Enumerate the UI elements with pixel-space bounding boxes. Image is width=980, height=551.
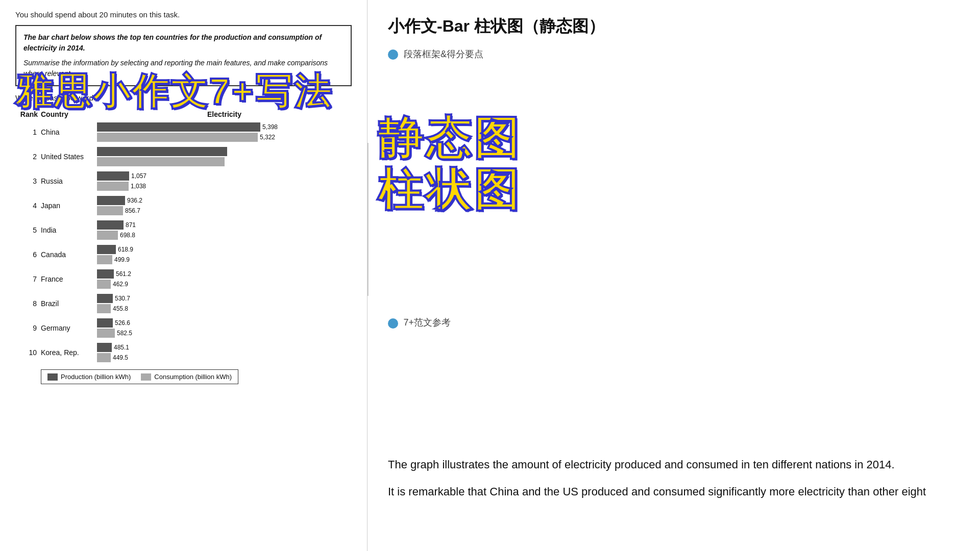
consumption-bar bbox=[97, 182, 129, 191]
consumption-bar bbox=[97, 280, 111, 289]
body-text-2: It is remarkable that China and the US p… bbox=[388, 483, 960, 500]
consumption-label: 499.9 bbox=[114, 256, 130, 263]
table-row: 6 Canada 618.9 499.9 bbox=[15, 245, 352, 264]
consumption-bar-row: 455.8 bbox=[97, 304, 352, 313]
legend-production-label: Production (billion kWh) bbox=[61, 373, 131, 381]
production-bar bbox=[97, 294, 113, 303]
rank-cell: 7 bbox=[15, 275, 41, 283]
table-row: 3 Russia 1,057 1,038 bbox=[15, 171, 352, 191]
production-label: 871 bbox=[126, 221, 136, 229]
bars-cell: 1,057 1,038 bbox=[97, 171, 352, 191]
rank-cell: 8 bbox=[15, 299, 41, 308]
legend-consumption-box bbox=[141, 373, 151, 381]
table-row: 8 Brazil 530.7 455.8 bbox=[15, 294, 352, 313]
table-row: 10 Korea, Rep. 485.1 449.5 bbox=[15, 343, 352, 362]
production-bar bbox=[97, 220, 124, 230]
country-cell: China bbox=[41, 128, 97, 136]
consumption-bar bbox=[97, 157, 225, 166]
country-cell: Germany bbox=[41, 324, 97, 332]
consumption-label: 1,038 bbox=[131, 183, 146, 190]
right-main-title: 小作文-Bar 柱状图（静态图） bbox=[388, 15, 960, 38]
bars-cell: 485.1 449.5 bbox=[97, 343, 352, 362]
consumption-label: 455.8 bbox=[113, 305, 128, 312]
consumption-bar-row: 5,322 bbox=[97, 133, 352, 142]
country-cell: Canada bbox=[41, 251, 97, 259]
legend-consumption-label: Consumption (billion kWh) bbox=[154, 373, 232, 381]
section1-icon bbox=[388, 49, 398, 60]
legend-production: Production (billion kWh) bbox=[47, 373, 131, 381]
consumption-label: 449.5 bbox=[113, 354, 128, 361]
production-bar-row bbox=[97, 147, 352, 156]
table-row: 7 France 561.2 462.9 bbox=[15, 269, 352, 289]
production-label: 618.9 bbox=[118, 246, 133, 253]
production-label: 485.1 bbox=[114, 344, 129, 351]
rank-cell: 9 bbox=[15, 324, 41, 332]
rank-cell: 10 bbox=[15, 348, 41, 357]
write-instruction: Write at least 150 words. bbox=[15, 93, 352, 102]
consumption-bar-row: 499.9 bbox=[97, 255, 352, 264]
production-label: 526.6 bbox=[115, 319, 130, 327]
left-panel: You should spend about 20 minutes on thi… bbox=[0, 0, 368, 551]
task-bold-italic: The bar chart below shows the top ten co… bbox=[23, 32, 344, 54]
country-cell: United States bbox=[41, 153, 97, 161]
production-label: 936.2 bbox=[127, 197, 142, 204]
overlay-line2: 柱状图 bbox=[378, 164, 725, 215]
production-label: 5,398 bbox=[262, 123, 278, 131]
production-bar bbox=[97, 196, 125, 205]
bars-cell: 871 698.8 bbox=[97, 220, 352, 240]
country-cell: India bbox=[41, 226, 97, 234]
consumption-label: 698.8 bbox=[120, 232, 135, 239]
section2-icon bbox=[388, 318, 398, 329]
body-text-1: The graph illustrates the amount of elec… bbox=[388, 456, 960, 473]
country-cell: Russia bbox=[41, 177, 97, 185]
bars-cell bbox=[97, 147, 352, 166]
chart-rank-header: Rank bbox=[15, 110, 41, 118]
country-cell: France bbox=[41, 275, 97, 283]
country-cell: Brazil bbox=[41, 299, 97, 308]
rank-cell: 5 bbox=[15, 226, 41, 234]
section1-text: 段落框架&得分要点 bbox=[404, 49, 483, 59]
consumption-bar bbox=[97, 353, 111, 362]
table-row: 4 Japan 936.2 856.7 bbox=[15, 196, 352, 215]
consumption-bar-row: 582.5 bbox=[97, 329, 352, 338]
chart-container: Rank Country Electricity 1 China 5,398 5… bbox=[15, 110, 352, 384]
production-bar-row: 1,057 bbox=[97, 171, 352, 181]
production-bar bbox=[97, 318, 113, 328]
consumption-bar-row: 462.9 bbox=[97, 280, 352, 289]
legend-production-box bbox=[47, 373, 58, 381]
bars-cell: 618.9 499.9 bbox=[97, 245, 352, 264]
production-label: 530.7 bbox=[115, 295, 130, 302]
rank-cell: 4 bbox=[15, 202, 41, 210]
right-body-text: The graph illustrates the amount of elec… bbox=[388, 456, 960, 510]
section2-text: 7+范文参考 bbox=[403, 317, 451, 328]
bars-cell: 5,398 5,322 bbox=[97, 122, 352, 142]
consumption-bar bbox=[97, 304, 111, 313]
bars-cell: 561.2 462.9 bbox=[97, 269, 352, 289]
consumption-bar-row: 856.7 bbox=[97, 206, 352, 215]
instruction-text: You should spend about 20 minutes on thi… bbox=[15, 10, 352, 19]
consumption-bar-row: 1,038 bbox=[97, 182, 352, 191]
production-bar-row: 936.2 bbox=[97, 196, 352, 205]
rank-cell: 3 bbox=[15, 177, 41, 185]
consumption-label: 5,322 bbox=[260, 134, 275, 141]
production-bar bbox=[97, 269, 114, 279]
production-bar-row: 618.9 bbox=[97, 245, 352, 254]
production-label: 1,057 bbox=[131, 172, 146, 180]
bars-cell: 526.6 582.5 bbox=[97, 318, 352, 338]
production-bar bbox=[97, 147, 227, 156]
production-bar-row: 526.6 bbox=[97, 318, 352, 328]
production-bar-row: 561.2 bbox=[97, 269, 352, 279]
overlay-line1: 静态图 bbox=[378, 112, 725, 164]
task-box: The bar chart below shows the top ten co… bbox=[15, 25, 352, 86]
consumption-label: 462.9 bbox=[113, 281, 128, 288]
chart-header: Rank Country Electricity bbox=[15, 110, 352, 118]
consumption-bar-row: 449.5 bbox=[97, 353, 352, 362]
table-row: 1 China 5,398 5,322 bbox=[15, 122, 352, 142]
consumption-label: 582.5 bbox=[117, 330, 132, 337]
production-bar bbox=[97, 122, 260, 132]
production-label: 561.2 bbox=[116, 270, 131, 278]
chart-country-header: Country bbox=[41, 110, 97, 118]
production-bar bbox=[97, 171, 129, 181]
task-italic: Summarise the information by selecting a… bbox=[23, 58, 344, 79]
production-bar bbox=[97, 245, 116, 254]
